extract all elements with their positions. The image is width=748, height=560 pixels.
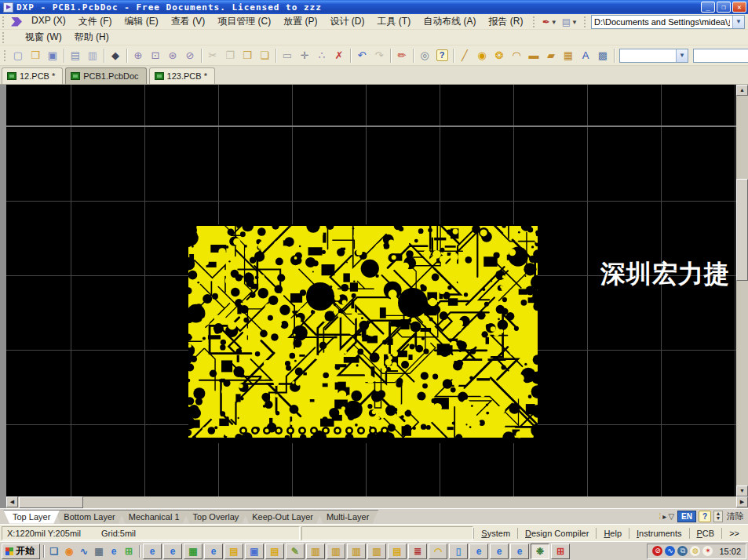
menu-item-1[interactable]: 文件 (F) xyxy=(72,13,119,30)
address-input[interactable] xyxy=(592,17,732,27)
tray-audio-icon[interactable]: ∿ xyxy=(665,546,675,556)
layer-tab-multi-layer[interactable]: Multi-Layer xyxy=(317,510,378,524)
filter-icon[interactable]: ▽ xyxy=(667,512,675,521)
document-tab-1[interactable]: PCB1.PcbDoc xyxy=(65,67,146,84)
help-button[interactable]: ? xyxy=(433,47,451,64)
toolbar-grip[interactable] xyxy=(2,32,5,43)
place-line-button[interactable]: ╱ xyxy=(456,47,473,64)
save-document-button[interactable]: ▣ xyxy=(44,47,61,64)
taskbar-colors[interactable]: ⊞ xyxy=(551,544,570,559)
view-board-3d-button[interactable]: ◆ xyxy=(107,47,124,64)
status-panel-help[interactable]: Help xyxy=(596,528,629,539)
place-fill-button[interactable]: ▬ xyxy=(525,47,542,64)
document-tab-0[interactable]: 12.PCB * xyxy=(2,67,63,84)
undo-button[interactable]: ↶ xyxy=(353,47,370,64)
document-tab-2[interactable]: 123.PCB * xyxy=(149,67,215,84)
status-panel--[interactable]: >> xyxy=(721,528,746,539)
clear-filter-button[interactable]: ✗ xyxy=(330,47,348,64)
taskbar-folder-3[interactable]: ▤ xyxy=(388,544,407,559)
new-document-button[interactable]: ▢ xyxy=(9,47,27,64)
help-badge-button[interactable]: ? xyxy=(699,511,711,522)
status-panel-instruments[interactable]: Instruments xyxy=(629,528,688,539)
layer-tab-keep-out-layer[interactable]: Keep-Out Layer xyxy=(243,510,323,524)
tray-ime-icon[interactable]: ◍ xyxy=(690,546,700,556)
select-area-button[interactable]: ▭ xyxy=(279,47,296,64)
close-button[interactable]: ✕ xyxy=(732,2,746,13)
taskbar-ie-6[interactable]: e xyxy=(510,544,529,559)
tray-antivirus-icon[interactable]: ⊘ xyxy=(652,546,662,556)
taskbar-ie-1[interactable]: e xyxy=(143,544,162,559)
taskbar-package-4[interactable]: ▥ xyxy=(367,544,386,559)
taskbar-ie-5[interactable]: e xyxy=(490,544,509,559)
quicklaunch-windows-icon[interactable]: ⊞ xyxy=(122,544,136,558)
toolbar-grip[interactable] xyxy=(584,16,587,27)
toolbar-grip[interactable] xyxy=(2,16,5,27)
menu-item-2[interactable]: 编辑 (E) xyxy=(118,13,164,30)
place-string-button[interactable]: A xyxy=(577,47,594,64)
menu-item-row2-1[interactable]: 帮助 (H) xyxy=(68,29,115,45)
place-via-button[interactable]: ❂ xyxy=(491,47,508,64)
taskbar-ie-2[interactable]: e xyxy=(163,544,182,559)
scroll-up-button[interactable]: ▲ xyxy=(736,85,748,96)
quicklaunch-calculator-icon[interactable]: ▦ xyxy=(92,544,106,558)
quicklaunch-ie-icon[interactable]: e xyxy=(107,544,121,558)
status-panel-system[interactable]: System xyxy=(473,528,517,539)
menu-item-6[interactable]: 设计 (D) xyxy=(323,13,370,30)
tray-alarm-icon[interactable]: ✶ xyxy=(702,546,713,556)
chevron-down-icon[interactable]: ▼ xyxy=(551,19,557,26)
layer-tab-bottom-layer[interactable]: Bottom Layer xyxy=(54,510,124,524)
taskbar-folder-2[interactable]: ▤ xyxy=(265,544,284,559)
place-pad-button[interactable]: ◉ xyxy=(473,47,491,64)
status-panel-design-compiler[interactable]: Design Compiler xyxy=(517,528,596,539)
taskbar-notebook[interactable]: ▯ xyxy=(449,544,468,559)
scroll-left-button[interactable]: ◀ xyxy=(6,496,18,507)
play-icon[interactable]: ▸ xyxy=(662,512,667,521)
taskbar-books[interactable]: ≣ xyxy=(408,544,427,559)
zoom-area-button[interactable]: ⊡ xyxy=(147,47,164,64)
paste-array-button[interactable]: ❏ xyxy=(256,47,273,64)
move-selection-button[interactable]: ✛ xyxy=(296,47,313,64)
restore-button[interactable]: ❐ xyxy=(717,2,731,13)
place-component-button[interactable]: ▩ xyxy=(594,47,611,64)
vertical-scrollbar[interactable]: ▲ ▼ xyxy=(736,85,748,496)
taskbar-dxp-active[interactable]: ❉ xyxy=(531,544,549,559)
toolbar-grip[interactable] xyxy=(533,16,536,27)
zoom-filter-button[interactable]: ⊘ xyxy=(181,47,199,64)
tray-network-icon[interactable]: ⧉ xyxy=(677,546,688,556)
pcb-editor-canvas[interactable]: 深圳宏力捷 ▲ ▼ ◀ ▶ xyxy=(0,85,748,508)
place-arc-button[interactable]: ◠ xyxy=(508,47,525,64)
taskbar-package-2[interactable]: ▥ xyxy=(327,544,345,559)
open-document-button[interactable]: ❒ xyxy=(27,47,44,64)
deselect-button[interactable]: ∴ xyxy=(313,47,330,64)
quicklaunch-show-desktop-icon[interactable]: ❏ xyxy=(47,544,61,558)
place-array-button[interactable]: ▦ xyxy=(560,47,577,64)
print-button[interactable]: ▤ xyxy=(67,47,84,64)
quicklaunch-messenger-icon[interactable]: ∿ xyxy=(77,544,91,558)
paste-button[interactable]: ❒ xyxy=(239,47,256,64)
horizontal-scrollbar[interactable]: ◀ ▶ xyxy=(6,496,748,508)
zoom-document-button[interactable]: ⊕ xyxy=(130,47,147,64)
print-tool-button[interactable]: ▤▼ xyxy=(560,15,580,29)
taskbar-ie-3[interactable]: e xyxy=(204,544,223,559)
menu-item-3[interactable]: 查看 (V) xyxy=(165,13,211,30)
menu-item-5[interactable]: 放置 (P) xyxy=(277,13,323,30)
menu-item-8[interactable]: 自动布线 (A) xyxy=(417,13,482,30)
horizontal-scroll-thumb[interactable] xyxy=(19,496,83,508)
vertical-scroll-thumb[interactable] xyxy=(736,179,748,281)
minimize-button[interactable]: _ xyxy=(701,2,715,13)
scroll-down-button[interactable]: ▼ xyxy=(736,485,748,496)
taskbar-notepad[interactable]: ▣ xyxy=(245,544,264,559)
menu-item-4[interactable]: 项目管理 (C) xyxy=(211,13,277,30)
interactive-routing-button[interactable]: ✏ xyxy=(393,47,410,64)
status-panel-pcb[interactable]: PCB xyxy=(689,528,722,539)
menu-item-7[interactable]: 工具 (T) xyxy=(370,13,417,30)
taskbar-paint[interactable]: ✎ xyxy=(286,544,305,559)
menu-item-0[interactable]: DXP (X) xyxy=(25,13,72,30)
toolbar-grip[interactable] xyxy=(4,50,7,61)
print-preview-button[interactable]: ▥ xyxy=(84,47,101,64)
taskbar-sheet[interactable]: ▦ xyxy=(184,544,203,559)
chevron-down-icon[interactable]: ▼ xyxy=(676,49,688,62)
place-polygon-button[interactable]: ▰ xyxy=(542,47,560,64)
chevron-down-icon[interactable]: ▼ xyxy=(571,19,578,26)
quicklaunch-media-player-icon[interactable]: ◉ xyxy=(62,544,76,558)
